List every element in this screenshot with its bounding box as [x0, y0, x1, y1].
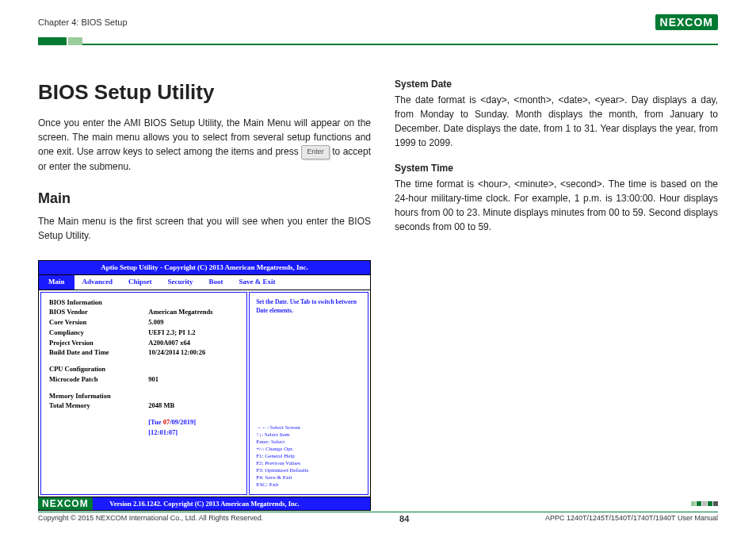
microcode-value: 901	[148, 374, 239, 385]
help-key-6: F3: Optimized Defaults	[256, 467, 361, 474]
core-version-value: 5.009	[148, 317, 239, 328]
bios-info-header: BIOS Information	[49, 297, 239, 308]
system-date-value: [Tue 07/09/2019]	[148, 417, 239, 428]
bios-tab-saveexit: Save & Exit	[231, 275, 284, 290]
brand-logo: NEXCOM	[655, 14, 718, 30]
bios-tab-main: Main	[39, 275, 74, 290]
build-date-value: 10/24/2014 12:00:26	[148, 347, 239, 358]
bios-tab-security: Security	[160, 275, 201, 290]
help-key-4: F1: General Help	[256, 453, 361, 460]
help-key-7: F4: Save & Exit	[256, 474, 361, 481]
compliancy-value: UEFI 2.3; PI 1.2	[148, 328, 239, 338]
bios-tab-chipset: Chipset	[120, 275, 160, 290]
memory-info-header: Memory Information	[49, 391, 239, 401]
help-key-8: ESC: Exit	[256, 481, 361, 489]
bios-help-text: Set the Date. Use Tab to switch between …	[256, 297, 361, 316]
system-date-body: The date format is <day>, <month>, <date…	[395, 93, 718, 150]
project-version-label: Project Version	[49, 338, 148, 348]
system-time-value: [12:01:07]	[148, 428, 239, 438]
chapter-label: Chapter 4: BIOS Setup	[38, 17, 128, 27]
system-time-heading: System Time	[395, 161, 718, 175]
bios-menu: Main Advanced Chipset Security Boot Save…	[39, 275, 370, 290]
total-memory-value: 2048 MB	[148, 401, 239, 411]
system-time-label: System Time	[49, 428, 148, 438]
header-rule	[82, 44, 718, 45]
system-date-heading: System Date	[395, 77, 718, 91]
cpu-config-header: CPU Configuration	[49, 364, 239, 374]
bios-vendor-label: BIOS Vendor	[49, 307, 148, 317]
header-tab-decor-light	[68, 37, 82, 45]
footer-logo: NEXCOM	[38, 497, 93, 510]
system-date-label: System Date	[49, 417, 148, 428]
project-version-value: A200A007 x64	[148, 338, 239, 348]
main-heading: Main	[38, 188, 371, 209]
help-key-1: ↑↓: Select Item	[256, 431, 361, 439]
help-key-2: Enter: Select	[256, 439, 361, 446]
system-time-body: The time format is <hour>, <minute>, <se…	[395, 177, 718, 234]
main-paragraph: The Main menu is the first screen that y…	[38, 214, 371, 243]
enter-key-icon: Enter	[301, 145, 330, 159]
bios-help-keys: →←: Select Screen ↑↓: Select Item Enter:…	[256, 424, 361, 489]
footer-copyright: Copyright © 2015 NEXCOM International Co…	[38, 514, 263, 523]
bios-titlebar: Aptio Setup Utility - Copyright (C) 2013…	[39, 261, 370, 276]
build-date-label: Build Date and Time	[49, 347, 148, 358]
bios-left-panel: BIOS Information BIOS VendorAmerican Meg…	[40, 292, 247, 495]
compliancy-label: Compliancy	[49, 328, 148, 338]
bios-tab-advanced: Advanced	[74, 275, 121, 290]
bios-tab-boot: Boot	[201, 275, 231, 290]
total-memory-label: Total Memory	[49, 401, 148, 411]
page-title: BIOS Setup Utility	[38, 77, 371, 108]
footer-decor-squares	[691, 501, 718, 506]
page-number: 84	[399, 514, 409, 523]
help-key-0: →←: Select Screen	[256, 424, 361, 431]
bios-right-panel: Set the Date. Use Tab to switch between …	[249, 292, 368, 495]
core-version-label: Core Version	[49, 317, 148, 328]
help-key-3: +/-: Change Opt.	[256, 446, 361, 453]
bios-vendor-value: American Megatrends	[148, 307, 239, 317]
help-key-5: F2: Previous Values	[256, 460, 361, 467]
footer-rule	[38, 512, 718, 512]
intro-paragraph: Once you enter the AMI BIOS Setup Utilit…	[38, 116, 371, 174]
microcode-label: Microcode Patch	[49, 374, 148, 385]
footer-manual: APPC 1240T/1245T/1540T/1740T/1940T User …	[545, 514, 718, 523]
bios-screenshot: Aptio Setup Utility - Copyright (C) 2013…	[38, 260, 371, 512]
header-tab-decor	[38, 37, 67, 45]
